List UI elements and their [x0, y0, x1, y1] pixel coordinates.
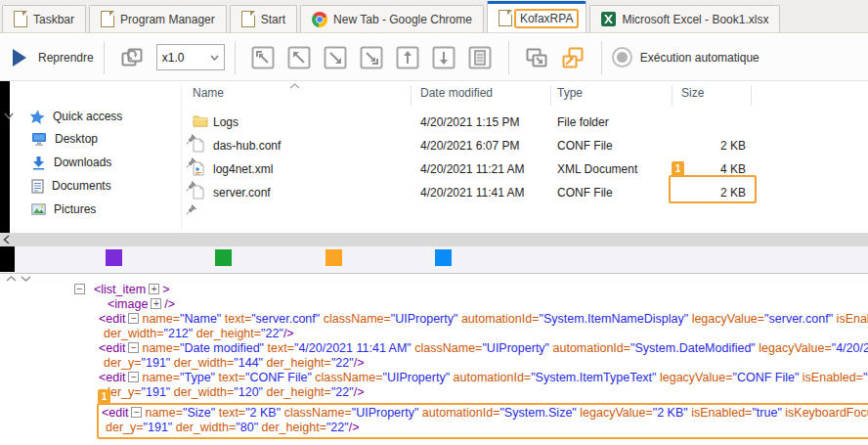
token-tag: />: [164, 297, 175, 311]
token-val: "2 KB": [653, 406, 688, 420]
tree-node-line[interactable]: der_y="191" der_width="80" der_height="2…: [99, 421, 868, 435]
tree-node-line[interactable]: <edit−name="Name" text="server.conf" cla…: [0, 312, 868, 327]
token-tag: />: [283, 327, 294, 340]
tab-kofaxrpa[interactable]: KofaxRPA: [487, 1, 586, 32]
toolbar-separator: [601, 41, 602, 74]
toolbar: Reprendre x1.0: [0, 34, 868, 81]
token-val: "Size": [183, 406, 215, 420]
token-attr: der_height=: [263, 356, 331, 370]
sidebar-item-desktop[interactable]: Desktop: [31, 127, 98, 151]
column-header-size[interactable]: Size: [681, 86, 704, 100]
token-val: "System.Size": [499, 406, 576, 420]
pin-icon: [186, 204, 196, 215]
token-attr: automationId=: [450, 371, 531, 384]
token-attr: legacyValue=: [756, 341, 832, 355]
tree-node-line[interactable]: der_width="212" der_height="22"/>: [0, 327, 868, 341]
tab-chrome[interactable]: New Tab - Google Chrome: [300, 5, 484, 32]
spin-down-icon[interactable]: [21, 276, 31, 282]
expand-icon[interactable]: +: [149, 284, 159, 294]
column-header-name[interactable]: Name: [193, 86, 224, 100]
bring-window-front-button[interactable]: [523, 44, 550, 71]
column-separator[interactable]: [672, 85, 673, 106]
tab-start[interactable]: Start: [230, 5, 297, 32]
tree-node-line[interactable]: <image+/>: [0, 297, 868, 312]
tab-program-manager[interactable]: Program Manager: [89, 5, 227, 32]
collapse-icon[interactable]: −: [128, 342, 139, 353]
document-icon: [467, 45, 493, 70]
collapse-icon[interactable]: −: [128, 372, 139, 382]
tree-node-line[interactable]: −<list_item+>: [0, 283, 868, 297]
color-swatch: [215, 249, 232, 266]
horizontal-scrollbar[interactable]: [0, 233, 868, 246]
change-screen-button[interactable]: [118, 44, 146, 71]
column-separator[interactable]: [751, 85, 752, 106]
file-icon: [193, 138, 204, 156]
token-val: "true": [863, 371, 868, 384]
tree-node-line[interactable]: <edit−name="Type" text="CONF File" class…: [0, 371, 868, 385]
collapse-icon[interactable]: −: [128, 313, 139, 324]
column-header-type[interactable]: Type: [557, 86, 583, 100]
token-attr: der_height=: [258, 421, 326, 434]
arrow-down-icon: [431, 45, 456, 70]
tree-node-line[interactable]: der_y="191" der_width="144" der_height="…: [0, 356, 868, 371]
tab-label: New Tab - Google Chrome: [333, 13, 472, 26]
tab-taskbar[interactable]: Taskbar: [2, 5, 86, 32]
resume-button[interactable]: [13, 44, 26, 71]
token-val: "UIProperty": [391, 312, 458, 326]
scroll-left-icon[interactable]: [3, 235, 10, 245]
file-name: Logs: [213, 115, 239, 129]
collapse-icon[interactable]: −: [74, 284, 85, 294]
file-date: 4/20/2021 11:21 AM: [420, 162, 525, 176]
focus-window-button[interactable]: [559, 44, 586, 71]
arrow-top-left-button[interactable]: [285, 44, 313, 71]
token-val: "2 KB": [245, 406, 281, 420]
sidebar-separator: [181, 83, 182, 230]
arrow-bottom-right-button[interactable]: [322, 44, 349, 71]
quick-access-item[interactable]: Quick access: [4, 105, 122, 128]
column-header-date[interactable]: Date modified: [420, 86, 493, 100]
column-separator[interactable]: [550, 85, 551, 106]
sidebar-item-pictures[interactable]: Pictures: [31, 198, 96, 221]
sidebar-item-documents[interactable]: Documents: [31, 174, 111, 198]
token-attr: automationId=: [418, 406, 499, 420]
file-row[interactable]: server.conf4/20/2021 11:41 AMCONF File2 …: [186, 182, 868, 205]
token-tag: />: [354, 356, 365, 370]
spin-up-icon[interactable]: [6, 276, 17, 282]
file-row[interactable]: log4net.xml4/20/2021 11:21 AMXML Documen…: [186, 158, 868, 182]
arrow-bottom-right-corner-button[interactable]: [358, 44, 385, 71]
collapse-icon[interactable]: −: [131, 407, 142, 418]
sidebar-item-downloads[interactable]: Downloads: [31, 151, 111, 174]
expand-icon[interactable]: +: [151, 298, 161, 309]
token-tag: <edit: [102, 406, 128, 420]
file-row[interactable]: Logs4/20/2021 1:15 PMFile folder: [186, 111, 868, 135]
token-attr: automationId=: [549, 341, 630, 355]
tab-excel[interactable]: Microsoft Excel - Book1.xlsx: [589, 5, 780, 32]
file-row[interactable]: das-hub.conf4/20/2021 6:07 PMCONF File2 …: [186, 135, 868, 158]
auto-execution-indicator[interactable]: [612, 47, 632, 67]
token-val: "true": [752, 406, 781, 420]
token-val: "server.conf": [251, 312, 320, 326]
token-tag: />: [349, 421, 360, 434]
token-tag: />: [354, 385, 365, 399]
page-icon: [101, 11, 114, 27]
arrow-up-button[interactable]: [394, 44, 421, 71]
token-val: "UIProperty": [382, 371, 450, 384]
tree-node-line[interactable]: der_y="191" der_width="120" der_height="…: [0, 385, 868, 400]
arrow-top-left-corner-button[interactable]: [249, 44, 277, 71]
tree-node-line[interactable]: <edit−name="Date modified" text="4/20/20…: [0, 341, 868, 356]
token-attr: der_y=: [106, 421, 144, 434]
token-tag: <edit: [99, 341, 125, 355]
token-tag: >: [162, 283, 169, 296]
token-attr: className=: [312, 371, 383, 384]
zoom-select[interactable]: x1.0: [156, 44, 225, 70]
token-val: "UIProperty": [482, 341, 549, 355]
token-val: "server.conf": [764, 312, 833, 326]
file-type: File folder: [557, 115, 609, 129]
tree-node-line[interactable]: <edit−name="Size" text="2 KB" className=…: [99, 406, 868, 421]
excel-icon: [601, 12, 616, 26]
document-button[interactable]: [466, 44, 494, 71]
arrow-down-button[interactable]: [430, 44, 457, 71]
color-swatch: [326, 249, 342, 266]
file-name: das-hub.conf: [213, 139, 281, 153]
column-separator[interactable]: [411, 85, 412, 106]
